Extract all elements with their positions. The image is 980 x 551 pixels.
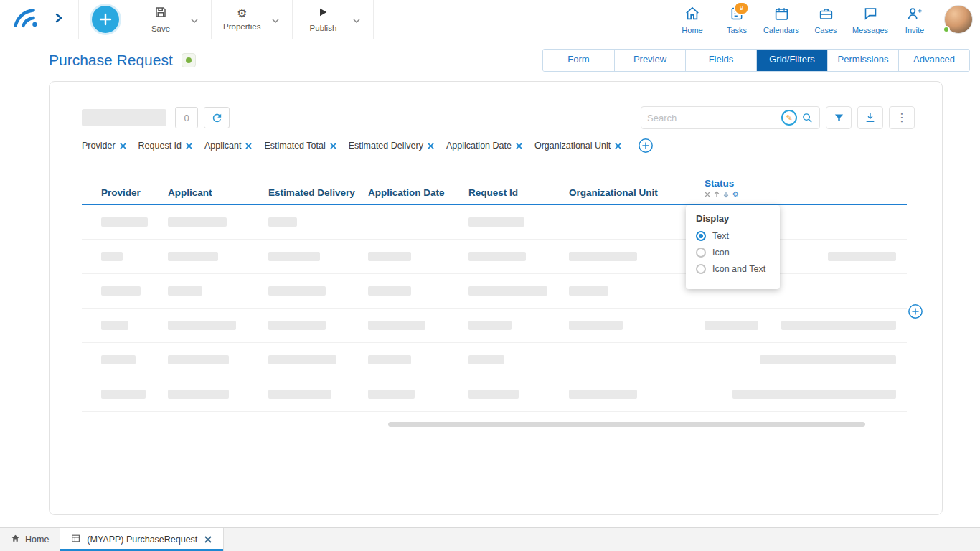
move-column-up-icon[interactable] — [714, 191, 720, 198]
nav-item-home[interactable]: Home — [672, 4, 713, 34]
add-filter-button[interactable] — [638, 138, 654, 154]
save-button[interactable]: Save — [142, 6, 179, 33]
nav-item-calendars[interactable]: Calendars — [760, 4, 802, 34]
footer-document-tab[interactable]: (MYAPP) PurchaseRequest — [60, 528, 224, 551]
add-column-button[interactable] — [908, 303, 923, 319]
radio-selected-icon[interactable] — [696, 231, 706, 241]
column-header-applicant[interactable]: Applicant — [168, 187, 268, 198]
skeleton-bar — [168, 217, 227, 227]
properties-button[interactable]: ⚙ Properties — [223, 8, 260, 31]
search-box: ✎ — [641, 106, 820, 129]
skeleton-bar — [468, 217, 524, 227]
grid-doc-icon — [71, 534, 80, 545]
option-label: Icon and Text — [712, 264, 765, 274]
publish-dropdown-chevron-icon[interactable] — [347, 9, 366, 30]
radio-unselected-icon[interactable] — [696, 264, 706, 274]
column-header-request-id[interactable]: Request Id — [468, 187, 569, 198]
tab-form[interactable]: Form — [543, 50, 614, 71]
plus-circle-icon — [908, 303, 923, 319]
loading-placeholder-input — [82, 109, 166, 126]
filter-button[interactable] — [826, 106, 852, 129]
remove-chip-icon[interactable] — [119, 142, 127, 150]
column-settings-gear-icon[interactable]: ⚙ — [732, 191, 739, 198]
column-header-application-date[interactable]: Application Date — [368, 187, 468, 198]
option-label: Text — [712, 231, 729, 241]
filter-chips-row: Provider Request Id Applicant Estimated … — [82, 139, 915, 152]
edit-search-button[interactable]: ✎ — [781, 110, 797, 126]
remove-chip-icon[interactable] — [329, 142, 337, 150]
skeleton-bar — [368, 321, 425, 330]
nav-label-calendars: Calendars — [763, 26, 799, 34]
column-header-organizational-unit[interactable]: Organizational Unit — [569, 187, 705, 198]
nav-item-tasks[interactable]: 9 Tasks — [716, 4, 758, 34]
refresh-button[interactable] — [204, 107, 230, 128]
pencil-icon: ✎ — [786, 114, 792, 122]
tab-permissions[interactable]: Permissions — [827, 50, 898, 71]
horizontal-scrollbar[interactable] — [388, 422, 865, 427]
status-column-tools: ⚙ — [705, 191, 819, 198]
filter-chip: Estimated Total — [264, 141, 336, 151]
skeleton-bar — [368, 390, 415, 399]
skeleton-bar — [268, 355, 336, 364]
table-row — [82, 343, 907, 377]
display-option-icon[interactable]: Icon — [696, 248, 770, 258]
properties-group: ⚙ Properties — [212, 0, 293, 39]
skeleton-bar — [101, 286, 141, 296]
table-row — [82, 274, 907, 309]
radio-unselected-icon[interactable] — [696, 248, 706, 258]
save-dropdown-chevron-icon[interactable] — [185, 9, 204, 30]
filter-chip: Application Date — [446, 141, 523, 151]
column-header-provider[interactable]: Provider — [101, 187, 168, 198]
chip-label: Estimated Total — [264, 141, 325, 151]
filter-chip: Estimated Delivery — [349, 141, 435, 151]
skeleton-bar — [705, 321, 758, 330]
remove-chip-icon[interactable] — [614, 142, 622, 150]
display-option-icon-and-text[interactable]: Icon and Text — [696, 264, 770, 274]
skeleton-bar — [168, 390, 229, 399]
more-options-button[interactable]: ⋮ — [889, 106, 915, 129]
tab-fields[interactable]: Fields — [685, 50, 756, 71]
remove-chip-icon[interactable] — [185, 142, 193, 150]
column-header-status[interactable]: Status ⚙ — [705, 178, 819, 198]
status-column-label: Status — [705, 178, 819, 189]
download-icon — [864, 112, 876, 123]
move-column-down-icon[interactable] — [723, 191, 729, 198]
remove-chip-icon[interactable] — [515, 142, 523, 150]
skeleton-bar — [101, 217, 148, 227]
close-tab-icon[interactable] — [204, 535, 212, 544]
skeleton-bar — [101, 252, 123, 261]
properties-dropdown-chevron-icon[interactable] — [266, 9, 285, 30]
view-tabs: Form Preview Fields Grid/Filters Permiss… — [542, 49, 970, 72]
tab-preview[interactable]: Preview — [614, 50, 685, 71]
footer-home-tab[interactable]: Home — [0, 528, 60, 551]
skeleton-bar — [468, 286, 547, 296]
create-new-button[interactable] — [92, 6, 119, 33]
skeleton-bar — [268, 217, 297, 227]
expand-chevron-icon[interactable] — [55, 13, 63, 26]
skeleton-bar — [268, 321, 326, 330]
skeleton-bar — [760, 355, 896, 364]
search-icon[interactable] — [801, 112, 814, 124]
user-avatar-area — [944, 5, 973, 34]
skeleton-bar — [569, 321, 623, 330]
tab-grid-filters[interactable]: Grid/Filters — [756, 50, 827, 71]
nav-label-tasks: Tasks — [727, 26, 747, 34]
skeleton-bar — [569, 390, 637, 399]
export-button[interactable] — [857, 106, 883, 129]
column-header-estimated-delivery[interactable]: Estimated Delivery — [268, 187, 368, 198]
nav-label-messages: Messages — [852, 26, 888, 34]
nav-item-cases[interactable]: Cases — [805, 4, 847, 34]
tab-advanced[interactable]: Advanced — [898, 50, 969, 71]
remove-column-icon[interactable] — [705, 192, 710, 197]
nav-item-messages[interactable]: Messages — [849, 4, 891, 34]
remove-chip-icon[interactable] — [245, 142, 253, 150]
app-logo — [9, 5, 40, 34]
search-input[interactable] — [647, 113, 777, 123]
briefcase-icon — [819, 6, 834, 24]
display-option-text[interactable]: Text — [696, 231, 770, 241]
remove-chip-icon[interactable] — [427, 142, 435, 150]
publish-button[interactable]: Publish — [304, 6, 341, 32]
table-row — [82, 309, 907, 343]
nav-item-invite[interactable]: Invite — [894, 4, 936, 34]
filter-chip: Request Id — [138, 141, 193, 151]
